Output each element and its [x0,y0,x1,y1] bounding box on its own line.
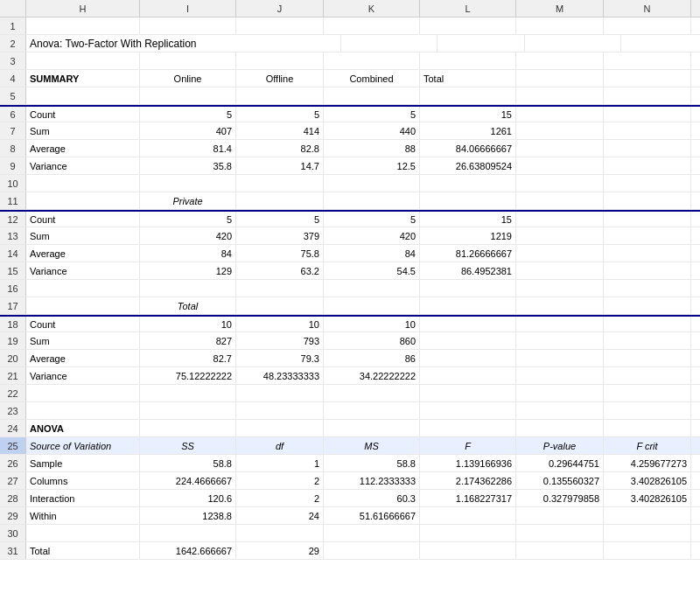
cell-n27: 3.402826105 [604,472,691,489]
cell-m7 [516,122,604,139]
cell-k25: MS [324,437,420,454]
cell-n9 [604,157,691,174]
cell-l22 [420,385,516,401]
cell-j31: 29 [236,542,324,559]
cell-i12: 5 [140,212,236,227]
cell-m24 [516,420,604,436]
cell-i3 [140,52,236,69]
cell-m6 [516,107,604,122]
rownum-23: 23 [0,402,26,419]
cell-h10 [26,175,140,192]
cell-i13: 420 [140,227,236,244]
cell-j25: df [236,437,324,454]
cell-m10 [516,175,604,192]
col-header-n: N [604,0,691,17]
cell-j20: 79.3 [236,350,324,366]
col-header-h: H [26,0,140,17]
cell-h17 [26,297,140,314]
cell-l5 [420,87,516,104]
cell-n20 [604,350,691,366]
cell-k27: 112.2333333 [324,472,420,489]
cell-n30 [604,525,691,541]
cell-k12: 5 [324,212,420,227]
col-header-j: J [236,0,324,17]
cell-m14 [516,245,604,262]
row-5: 5 [0,87,700,105]
cell-i10 [140,175,236,192]
cell-l30 [420,525,516,541]
cell-k19: 860 [324,332,420,349]
rownum-10: 10 [0,175,26,192]
cell-j15: 63.2 [236,262,324,279]
cell-n11 [604,192,691,209]
cell-h23 [26,402,140,419]
cell-i23 [140,402,236,419]
cell-k7: 440 [324,122,420,139]
cell-j10 [236,175,324,192]
cell-j2 [438,35,525,52]
cell-i11: Private [140,192,236,209]
col-header-g [0,0,26,17]
rownum-11: 11 [0,192,26,209]
rownum-7: 7 [0,122,26,139]
cell-h6: Count [26,107,140,122]
row-12: 12 Count 5 5 5 15 [0,210,700,227]
cell-l16 [420,280,516,297]
rownum-22: 22 [0,385,26,401]
cell-j16 [236,280,324,297]
cell-i6: 5 [140,107,236,122]
rownum-29: 29 [0,507,26,524]
cell-l1 [420,17,516,34]
rownum-2: 2 [0,35,26,52]
cell-k30 [324,525,420,541]
cell-l29 [420,507,516,524]
cell-j7: 414 [236,122,324,139]
cell-k23 [324,402,420,419]
cell-i7: 407 [140,122,236,139]
row-22: 22 [0,385,700,402]
cell-n19 [604,332,691,349]
cell-m25: P-value [516,437,604,454]
cell-k11 [324,192,420,209]
cell-k26: 58.8 [324,455,420,471]
cell-h25: Source of Variation [26,437,140,454]
cell-l12: 15 [420,212,516,227]
row-3: 3 [0,52,700,70]
cell-n6 [604,107,691,122]
cell-n21 [604,367,691,384]
cell-h26: Sample [26,455,140,471]
cell-j22 [236,385,324,401]
row-10: 10 [0,175,700,192]
cell-i30 [140,525,236,541]
col-header-k: K [324,0,420,17]
cell-i2 [341,35,438,52]
cell-i29: 1238.8 [140,507,236,524]
cell-n3 [604,52,691,69]
cell-h29: Within [26,507,140,524]
cell-h8: Average [26,140,140,157]
rownum-13: 13 [0,227,26,244]
cell-k9: 12.5 [324,157,420,174]
cell-m26: 0.29644751 [516,455,604,471]
rownum-17: 17 [0,297,26,314]
cell-m22 [516,385,604,401]
col-header-m: M [516,0,604,17]
rownum-6: 6 [0,107,26,122]
cell-m11 [516,192,604,209]
cell-h14: Average [26,245,140,262]
rownum-12: 12 [0,212,26,227]
cell-n7 [604,122,691,139]
cell-l24 [420,420,516,436]
rownum-15: 15 [0,262,26,279]
rownum-27: 27 [0,472,26,489]
cell-n16 [604,280,691,297]
cell-m21 [516,367,604,384]
cell-j30 [236,525,324,541]
cell-m12 [516,212,604,227]
rownum-8: 8 [0,140,26,157]
rownum-30: 30 [0,525,26,541]
cell-j18: 10 [236,317,324,331]
cell-m15 [516,262,604,279]
rownum-31: 31 [0,542,26,559]
cell-i14: 84 [140,245,236,262]
